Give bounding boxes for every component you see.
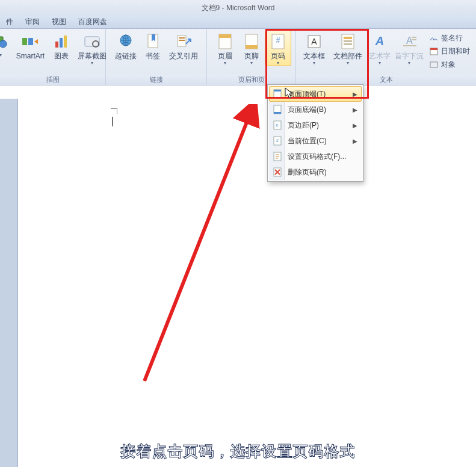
tab-view[interactable]: 视图 (46, 15, 72, 28)
signature-button[interactable]: 签名行 (428, 31, 471, 45)
ribbon: ▾ SmartArt 图表 屏幕截图 ▾ 插图 (0, 29, 476, 85)
quickparts-button[interactable]: 文档部件 ▾ (329, 30, 366, 66)
submenu-arrow-icon: ▶ (353, 138, 357, 144)
svg-rect-5 (60, 38, 63, 48)
chart-button[interactable]: 图表 (49, 30, 73, 61)
header-label: 页眉 (218, 52, 232, 60)
svg-rect-38 (274, 112, 281, 114)
menu-remove-page-numbers[interactable]: 删除页码(R) (269, 164, 362, 180)
svg-rect-24 (344, 37, 352, 39)
textbox-button[interactable]: A 文本框 ▾ (299, 30, 329, 66)
menu-bottom-of-page[interactable]: 页面底端(B) ▶ (269, 102, 362, 117)
menu-current-position[interactable]: # 当前位置(C) ▶ (269, 133, 362, 149)
svg-rect-25 (344, 40, 352, 42)
menu-label: 页边距(P) (288, 120, 319, 131)
menu-format-page-numbers[interactable]: 设置页码格式(F)... (269, 149, 362, 164)
margin-corner-mark (111, 114, 123, 125)
bookmark-icon (143, 32, 162, 51)
smartart-button[interactable]: SmartArt (12, 30, 49, 61)
left-gutter (0, 99, 18, 467)
ribbon-tabs: 件 审阅 视图 百度网盘 (0, 16, 476, 29)
shapes-button[interactable]: ▾ (0, 30, 12, 58)
text-caret (112, 117, 113, 126)
wordart-label: 艺术字 (369, 52, 391, 60)
screenshot-label: 屏幕截图 (78, 52, 107, 60)
crossref-button[interactable]: 交叉引用 (165, 30, 202, 61)
datetime-icon (429, 46, 439, 56)
svg-rect-29 (412, 37, 416, 38)
mouse-cursor-icon (285, 87, 294, 99)
signature-icon (429, 33, 439, 43)
document-area (0, 99, 476, 467)
tab-review[interactable]: 审阅 (19, 15, 46, 28)
window-title: 文档9 - Microsoft Word (202, 3, 275, 13)
crossref-label: 交叉引用 (169, 52, 198, 60)
menu-label: 删除页码(R) (288, 167, 327, 178)
dropdown-arrow-icon: ▾ (379, 60, 381, 66)
dropdown-arrow-icon: ▾ (313, 60, 315, 66)
svg-text:A: A (311, 37, 317, 46)
page-number-button[interactable]: # 页码 ▾ (265, 30, 291, 66)
tab-partial[interactable]: 件 (0, 15, 19, 28)
submenu-arrow-icon: ▶ (353, 91, 357, 97)
chart-icon (52, 32, 71, 51)
header-button[interactable]: 页眉 ▾ (212, 30, 238, 66)
menu-margins[interactable]: # 页边距(P) ▶ (269, 117, 362, 133)
menu-label: 当前位置(C) (288, 136, 327, 146)
bookmark-label: 书签 (146, 52, 160, 60)
dropcap-icon: A (400, 32, 419, 51)
crossref-icon (174, 32, 193, 51)
svg-rect-3 (28, 38, 33, 45)
dropdown-arrow-icon: ▾ (408, 60, 410, 66)
footer-button[interactable]: 页脚 ▾ (238, 30, 265, 66)
chart-label: 图表 (54, 52, 69, 60)
menu-top-of-page[interactable]: 页面顶端(T) ▶ (269, 86, 362, 102)
submenu-arrow-icon: ▶ (353, 107, 357, 113)
svg-rect-6 (64, 36, 67, 48)
current-position-icon: # (272, 135, 283, 146)
dropcap-button[interactable]: A 首字下沉 ▾ (393, 30, 425, 66)
shapes-icon (0, 32, 10, 51)
datetime-label: 日期和时 (441, 46, 470, 57)
svg-rect-33 (430, 48, 437, 50)
signature-label: 签名行 (441, 33, 463, 43)
svg-rect-31 (403, 45, 416, 46)
smartart-label: SmartArt (16, 52, 45, 60)
group-label: 页眉和页 (207, 75, 295, 85)
svg-rect-26 (344, 43, 352, 45)
svg-rect-2 (22, 38, 27, 45)
hyperlink-icon (116, 32, 135, 51)
object-button[interactable]: 对象 (428, 58, 471, 71)
bookmark-button[interactable]: 书签 (141, 30, 165, 61)
page-top-icon (272, 88, 283, 99)
group-text: A 文本框 ▾ 文档部件 ▾ A 艺术字 ▾ A (296, 29, 476, 85)
quickparts-label: 文档部件 (333, 52, 362, 60)
object-icon (429, 60, 439, 69)
title-bar: 文档9 - Microsoft Word (0, 0, 476, 16)
format-icon (272, 151, 283, 162)
footer-icon (242, 32, 261, 51)
screenshot-icon (82, 32, 102, 51)
wordart-icon: A (370, 32, 389, 51)
wordart-button[interactable]: A 艺术字 ▾ (366, 30, 393, 66)
hyperlink-label: 超链接 (115, 52, 137, 60)
footer-label: 页脚 (244, 52, 259, 60)
svg-rect-14 (179, 40, 185, 41)
screenshot-button[interactable]: 屏幕截图 ▾ (73, 30, 111, 66)
group-illustrations: ▾ SmartArt 图表 屏幕截图 ▾ 插图 (0, 29, 106, 85)
tab-baidu[interactable]: 百度网盘 (72, 15, 113, 28)
header-icon (215, 32, 235, 51)
datetime-button[interactable]: 日期和时 (428, 45, 471, 58)
svg-rect-16 (219, 34, 231, 38)
group-links: 超链接 书签 交叉引用 链接 (106, 29, 207, 85)
dropdown-arrow-icon: ▾ (277, 60, 279, 66)
hyperlink-button[interactable]: 超链接 (111, 30, 141, 61)
textbox-icon: A (304, 32, 324, 51)
group-label: 链接 (106, 75, 206, 85)
svg-point-1 (0, 40, 7, 48)
smartart-icon (21, 32, 40, 51)
menu-label: 页面底端(B) (288, 105, 326, 115)
group-label: 文本 (296, 75, 476, 85)
group-label: 插图 (0, 75, 105, 85)
svg-rect-13 (179, 37, 185, 39)
